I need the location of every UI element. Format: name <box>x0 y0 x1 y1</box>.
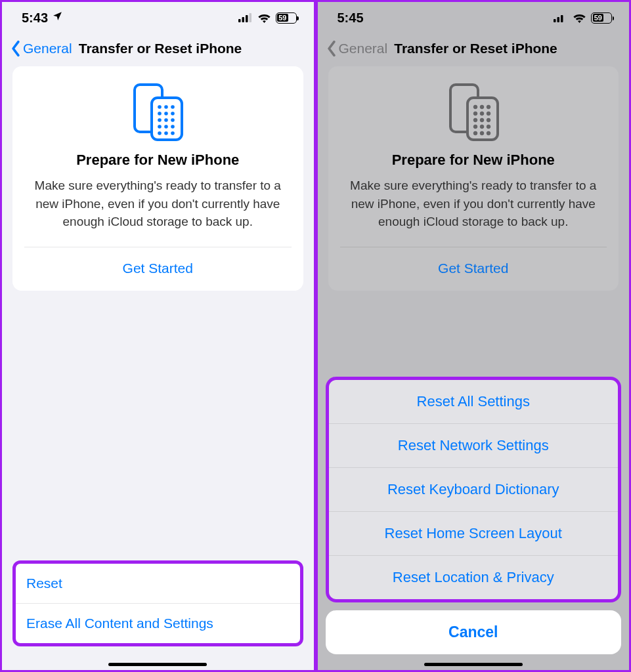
svg-point-15 <box>158 125 162 129</box>
status-time: 5:45 <box>337 10 364 26</box>
cancel-button[interactable]: Cancel <box>326 610 622 654</box>
reset-all-settings-button[interactable]: Reset All Settings <box>329 380 619 423</box>
status-bar: 5:45 59 <box>318 2 630 33</box>
prepare-card: Prepare for New iPhone Make sure everyth… <box>12 66 303 291</box>
nav-bar: General Transfer or Reset iPhone <box>318 33 630 66</box>
screenshot-left: 5:43 59 General Transfer or Reset iPhone <box>0 0 316 672</box>
svg-point-20 <box>171 131 175 135</box>
svg-point-33 <box>473 118 477 122</box>
svg-point-41 <box>487 131 490 135</box>
svg-point-32 <box>487 112 490 116</box>
back-button[interactable]: General <box>326 40 388 57</box>
svg-point-38 <box>487 125 490 129</box>
card-description: Make sure everything's ready to transfer… <box>340 177 607 247</box>
svg-point-14 <box>171 118 175 122</box>
status-bar: 5:43 59 <box>2 2 314 33</box>
svg-rect-3 <box>249 13 251 22</box>
svg-rect-24 <box>565 13 567 22</box>
svg-point-27 <box>473 105 477 109</box>
chevron-left-icon <box>326 40 337 57</box>
wifi-icon <box>573 13 586 23</box>
back-button[interactable]: General <box>10 40 72 57</box>
card-title: Prepare for New iPhone <box>24 152 292 169</box>
back-label: General <box>339 41 388 56</box>
page-title: Transfer or Reset iPhone <box>394 41 557 56</box>
svg-rect-23 <box>561 15 563 22</box>
svg-rect-21 <box>554 19 556 22</box>
page-title: Transfer or Reset iPhone <box>79 41 242 56</box>
svg-point-18 <box>158 131 162 135</box>
svg-point-13 <box>164 118 168 122</box>
battery-icon: 59 <box>276 12 297 24</box>
devices-icon <box>444 82 503 142</box>
svg-point-7 <box>164 105 168 109</box>
svg-rect-0 <box>238 19 241 22</box>
svg-point-6 <box>158 105 162 109</box>
reset-network-settings-button[interactable]: Reset Network Settings <box>329 423 619 467</box>
home-indicator[interactable] <box>424 663 523 666</box>
card-description: Make sure everything's ready to transfer… <box>24 177 292 247</box>
card-title: Prepare for New iPhone <box>340 152 607 169</box>
back-label: General <box>23 41 72 56</box>
nav-bar: General Transfer or Reset iPhone <box>2 33 314 66</box>
reset-options-list: Reset Erase All Content and Settings <box>12 560 303 646</box>
svg-point-29 <box>487 105 490 109</box>
location-arrow-icon <box>52 10 63 25</box>
battery-level: 59 <box>277 14 288 22</box>
svg-point-17 <box>171 125 175 129</box>
chevron-left-icon <box>10 40 22 57</box>
reset-home-screen-layout-button[interactable]: Reset Home Screen Layout <box>329 511 619 555</box>
svg-rect-1 <box>242 17 244 22</box>
svg-point-36 <box>473 125 477 129</box>
get-started-button[interactable]: Get Started <box>340 247 607 291</box>
wifi-icon <box>257 13 271 23</box>
cellular-signal-icon <box>238 13 253 22</box>
svg-point-40 <box>480 131 484 135</box>
reset-keyboard-dictionary-button[interactable]: Reset Keyboard Dictionary <box>329 467 619 511</box>
cellular-signal-icon <box>554 13 568 22</box>
reset-location-privacy-button[interactable]: Reset Location & Privacy <box>329 555 619 599</box>
svg-point-28 <box>480 105 484 109</box>
svg-point-34 <box>480 118 484 122</box>
svg-point-31 <box>480 112 484 116</box>
status-time: 5:43 <box>22 10 48 26</box>
svg-point-12 <box>158 118 162 122</box>
svg-point-10 <box>164 112 168 116</box>
svg-rect-22 <box>557 17 560 22</box>
reset-action-sheet: Reset All Settings Reset Network Setting… <box>326 377 622 602</box>
battery-icon: 59 <box>591 12 612 24</box>
erase-all-button[interactable]: Erase All Content and Settings <box>16 603 300 643</box>
svg-point-19 <box>164 131 168 135</box>
get-started-button[interactable]: Get Started <box>24 247 292 291</box>
svg-point-8 <box>171 105 175 109</box>
svg-point-37 <box>480 125 484 129</box>
svg-point-16 <box>164 125 168 129</box>
reset-button[interactable]: Reset <box>16 564 300 603</box>
svg-point-11 <box>171 112 175 116</box>
svg-point-35 <box>487 118 490 122</box>
home-indicator[interactable] <box>108 663 207 666</box>
svg-rect-2 <box>246 15 248 22</box>
action-sheet-container: Reset All Settings Reset Network Setting… <box>326 377 622 654</box>
battery-level: 59 <box>593 14 604 22</box>
screenshot-right: 5:45 59 General Transfer or Reset iPhone <box>316 0 632 672</box>
devices-icon <box>128 82 187 142</box>
svg-point-39 <box>473 131 477 135</box>
svg-point-30 <box>473 112 477 116</box>
svg-point-9 <box>158 112 162 116</box>
prepare-card: Prepare for New iPhone Make sure everyth… <box>328 66 619 291</box>
